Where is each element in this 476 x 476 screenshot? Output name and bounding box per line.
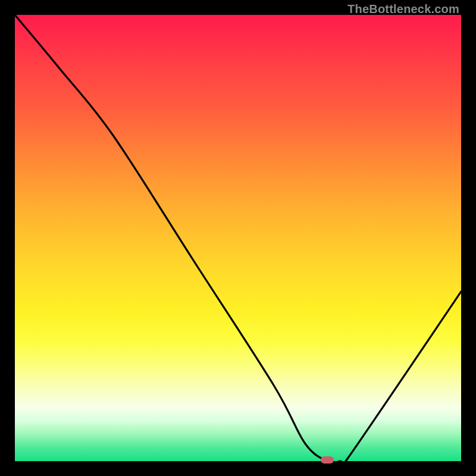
bottleneck-marker <box>321 456 334 464</box>
bottleneck-curve <box>15 15 461 461</box>
watermark-text: TheBottleneck.com <box>347 2 459 16</box>
plot-area <box>15 15 461 461</box>
chart-frame: TheBottleneck.com <box>0 0 476 476</box>
